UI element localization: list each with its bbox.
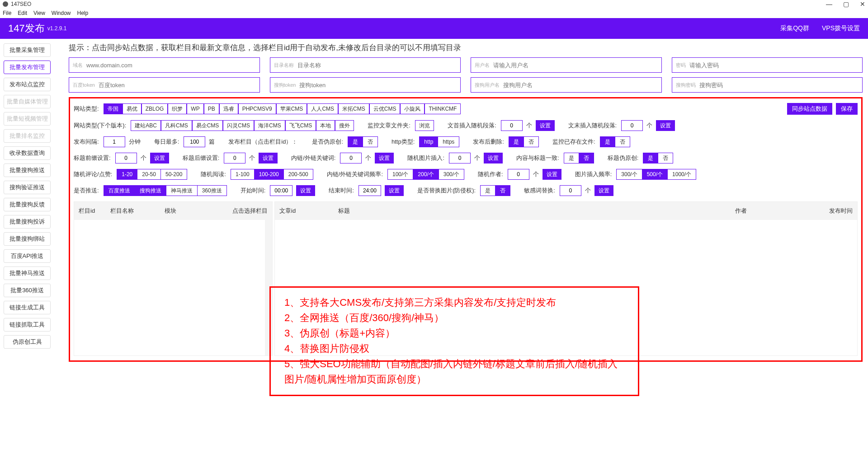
option-button[interactable]: WP: [187, 103, 203, 114]
sidebar-item-16[interactable]: 链接抓取工具: [4, 318, 51, 332]
toggle-option[interactable]: 神马推送: [166, 185, 198, 196]
suffix-para-set[interactable]: 设置: [656, 120, 675, 131]
toggle-option[interactable]: 1-20: [117, 169, 137, 180]
maximize-icon[interactable]: ▢: [843, 0, 849, 8]
dailymax-input[interactable]: [184, 136, 205, 147]
sidebar-item-8[interactable]: 搜狗验证推送: [4, 181, 51, 194]
toggle-option[interactable]: 100-200: [255, 169, 284, 180]
toggle-option[interactable]: 是: [564, 153, 579, 163]
text-input[interactable]: [99, 82, 256, 89]
sensitive-input[interactable]: [560, 185, 581, 196]
interval-input[interactable]: [104, 136, 125, 147]
toggle-option[interactable]: 300/个: [439, 169, 464, 180]
toggle-option[interactable]: 否: [524, 136, 539, 147]
option-button[interactable]: 搜外: [335, 120, 354, 131]
option-button[interactable]: ZBLOG: [142, 103, 168, 114]
toggle-option[interactable]: 1000/个: [668, 169, 696, 180]
prefix-para-set[interactable]: 设置: [536, 120, 555, 131]
option-button[interactable]: 本地: [316, 120, 335, 131]
toggle-option[interactable]: 是: [509, 136, 524, 147]
option-button[interactable]: 迅睿: [219, 103, 238, 114]
randauthor-input[interactable]: [508, 169, 529, 180]
sidebar-item-0[interactable]: 批量采集管理: [4, 43, 51, 57]
browse-button[interactable]: 浏览: [415, 120, 434, 131]
text-input[interactable]: [86, 62, 256, 69]
sidebar-item-11[interactable]: 批量搜狗绑站: [4, 232, 51, 246]
toggle-option[interactable]: 否: [363, 136, 378, 147]
sidebar-item-12[interactable]: 百度API推送: [4, 249, 51, 263]
randimg-set[interactable]: 设置: [484, 153, 503, 163]
prefix-para-input[interactable]: [501, 120, 523, 131]
sidebar-item-15[interactable]: 链接生成工具: [4, 301, 51, 314]
sidebar-item-5[interactable]: 批量排名监控: [4, 129, 51, 143]
option-button[interactable]: 帝国: [104, 103, 123, 114]
titleprefix-set[interactable]: 设置: [150, 153, 169, 163]
option-button[interactable]: 云优CMS: [369, 103, 401, 114]
toggle-option[interactable]: 200/个: [413, 169, 439, 180]
text-input[interactable]: [493, 62, 658, 69]
sidebar-item-2[interactable]: 发布站点监控: [4, 78, 51, 91]
endtime-set[interactable]: 设置: [385, 185, 404, 196]
menu-view[interactable]: View: [33, 10, 45, 16]
toggle-option[interactable]: 1-100: [231, 169, 255, 180]
menu-help[interactable]: Help: [77, 10, 89, 16]
sidebar-item-3[interactable]: 批量自媒体管理: [4, 95, 51, 108]
option-button[interactable]: 织梦: [168, 103, 187, 114]
sidebar-item-9[interactable]: 批量搜狗反馈: [4, 198, 51, 211]
sensitive-set[interactable]: 设置: [594, 185, 613, 196]
toggle-option[interactable]: 否: [495, 185, 510, 196]
text-input[interactable]: [689, 62, 859, 69]
toggle-option[interactable]: 否: [615, 136, 630, 147]
option-button[interactable]: 闪灵CMS: [223, 120, 254, 131]
toggle-option[interactable]: 百度推送: [104, 185, 135, 196]
option-button[interactable]: 凡科CMS: [161, 120, 192, 131]
sync-button[interactable]: 同步站点数据: [787, 103, 832, 115]
starttime-set[interactable]: 设置: [296, 185, 315, 196]
option-button[interactable]: 易企CMS: [192, 120, 223, 131]
text-input[interactable]: [503, 82, 658, 89]
toggle-option[interactable]: 360推送: [198, 185, 227, 196]
toggle-option[interactable]: http: [419, 136, 438, 147]
option-button[interactable]: 小旋风: [400, 103, 425, 114]
randimg-input[interactable]: [449, 153, 471, 163]
toggle-option[interactable]: 是: [480, 185, 495, 196]
toggle-option[interactable]: 500/个: [642, 169, 668, 180]
starttime-input[interactable]: [270, 185, 292, 196]
save-button[interactable]: 保存: [836, 103, 858, 115]
header-link-vps[interactable]: VPS拨号设置: [822, 24, 860, 33]
endtime-input[interactable]: [359, 185, 381, 196]
option-button[interactable]: 米拓CMS: [338, 103, 369, 114]
toggle-option[interactable]: 200-500: [284, 169, 313, 180]
toggle-option[interactable]: 20-50: [137, 169, 161, 180]
text-input[interactable]: [699, 82, 859, 89]
toggle-option[interactable]: https: [438, 136, 459, 147]
menu-file[interactable]: File: [3, 10, 11, 16]
minimize-icon[interactable]: —: [826, 0, 832, 8]
option-button[interactable]: 易优: [123, 103, 142, 114]
option-button[interactable]: THINKCMF: [425, 103, 461, 114]
randauthor-set[interactable]: 设置: [542, 169, 561, 180]
toggle-option[interactable]: 300/个: [616, 169, 642, 180]
text-input[interactable]: [297, 62, 457, 69]
toggle-option[interactable]: 是: [643, 153, 658, 163]
toggle-option[interactable]: 100/个: [387, 169, 413, 180]
menu-edit[interactable]: Edit: [18, 10, 27, 16]
titlesuffix-set[interactable]: 设置: [259, 153, 278, 163]
toggle-option[interactable]: 否: [579, 153, 594, 163]
toggle-option[interactable]: 搜狗推送: [135, 185, 166, 196]
linkkeyword-input[interactable]: [340, 153, 362, 163]
sidebar-item-6[interactable]: 收录数据查询: [4, 146, 51, 160]
sidebar-item-4[interactable]: 批量短视频管理: [4, 112, 51, 126]
close-icon[interactable]: ✕: [860, 0, 865, 8]
option-button[interactable]: 建站ABC: [131, 120, 161, 131]
option-button[interactable]: 飞飞CMS: [285, 120, 316, 131]
sidebar-item-17[interactable]: 伪原创工具: [4, 335, 51, 349]
option-button[interactable]: 海洋CMS: [254, 120, 285, 131]
toggle-option[interactable]: 是: [600, 136, 615, 147]
sidebar-item-14[interactable]: 批量360推送: [4, 284, 51, 297]
option-button[interactable]: PHPCMSV9: [238, 103, 276, 114]
suffix-para-input[interactable]: [621, 120, 643, 131]
titlesuffix-input[interactable]: [224, 153, 245, 163]
linkkeyword-set[interactable]: 设置: [375, 153, 394, 163]
titleprefix-input[interactable]: [115, 153, 137, 163]
